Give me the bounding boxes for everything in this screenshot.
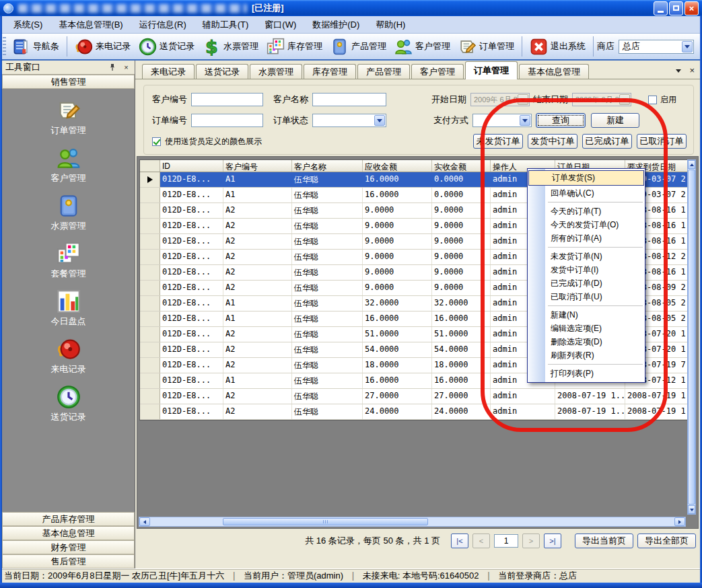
scroll-up-icon[interactable] xyxy=(688,160,695,169)
sidebar-item[interactable]: 今日盘点 xyxy=(51,289,86,328)
chevron-down-icon[interactable] xyxy=(682,41,693,52)
toolbar-grip[interactable] xyxy=(3,37,6,56)
context-menu-item[interactable]: 打印列表(P) xyxy=(528,367,645,380)
chevron-down-icon[interactable] xyxy=(520,115,530,126)
status-filter-button[interactable]: 已完成订单 xyxy=(582,134,632,149)
row-selector[interactable] xyxy=(140,219,160,233)
context-menu-item[interactable]: 新建(N) xyxy=(528,308,645,322)
row-selector[interactable] xyxy=(140,296,160,311)
sidebar-item[interactable]: 送货记录 xyxy=(51,385,86,423)
customer-no-input[interactable] xyxy=(191,93,263,106)
tab-2[interactable]: 送货记录 xyxy=(196,64,248,79)
status-filter-button[interactable]: 已取消订单 xyxy=(637,134,687,149)
toolbar-button[interactable]: 客户管理 xyxy=(390,36,454,57)
sidebar-group[interactable]: 售后管理 xyxy=(2,554,135,568)
row-selector[interactable] xyxy=(140,234,160,249)
context-menu-item[interactable]: 已取消订单(U) xyxy=(528,290,645,303)
toolbar-button[interactable]: 送货记录 xyxy=(135,36,199,57)
row-selector[interactable] xyxy=(140,265,160,280)
sidebar-item[interactable]: 客户管理 xyxy=(51,146,86,184)
sidebar-item[interactable]: 水票管理 xyxy=(51,194,86,232)
store-select[interactable]: 总店 xyxy=(619,40,694,54)
end-date-picker[interactable]: 2009年 6月 8日 xyxy=(572,93,631,106)
toolbar-button[interactable]: $水票管理 xyxy=(199,36,262,57)
context-menu-item[interactable]: 今天的发货订单(O) xyxy=(528,218,645,231)
order-status-select[interactable] xyxy=(312,114,386,127)
context-menu-item[interactable]: 发货中订单(I) xyxy=(528,263,645,277)
menubar-item[interactable]: 帮助(H) xyxy=(369,17,412,33)
menubar-item[interactable]: 辅助工具(T) xyxy=(196,17,256,33)
column-header[interactable]: 客户名称 xyxy=(292,160,363,172)
context-menu-item[interactable]: 删除选定项(D) xyxy=(528,335,645,348)
close-button[interactable]: × xyxy=(685,1,699,15)
row-selector[interactable] xyxy=(140,188,160,203)
row-selector[interactable] xyxy=(140,250,160,264)
row-selector[interactable] xyxy=(140,172,160,187)
tab-3[interactable]: 水票管理 xyxy=(250,64,302,79)
table-row[interactable]: 012D-E8...A2伍华聪27.000027.0000admin2008-0… xyxy=(140,389,689,404)
column-header[interactable]: 应收金额 xyxy=(363,160,432,172)
toolbar-button[interactable]: 产品管理 xyxy=(326,36,390,57)
minimize-button[interactable] xyxy=(654,1,668,15)
menubar-item[interactable]: 基本信息管理(B) xyxy=(52,17,129,33)
toolbar-button[interactable]: 退出系统 xyxy=(526,36,590,57)
context-menu-item[interactable]: 所有的订单(A) xyxy=(528,231,645,245)
column-header[interactable]: 客户编号 xyxy=(223,160,292,172)
chevron-down-icon[interactable] xyxy=(676,69,681,73)
row-selector[interactable] xyxy=(140,342,160,357)
scroll-down-icon[interactable] xyxy=(688,505,695,514)
menubar-item[interactable]: 系统(S) xyxy=(7,17,49,33)
prev-page-button[interactable]: < xyxy=(472,534,490,548)
row-selector[interactable] xyxy=(140,358,160,373)
context-menu-item[interactable]: 刷新列表(R) xyxy=(528,348,645,362)
row-selector[interactable] xyxy=(140,389,160,404)
row-selector[interactable] xyxy=(140,281,160,295)
horizontal-scrollbar[interactable] xyxy=(139,517,686,527)
vertical-scrollbar[interactable] xyxy=(687,159,696,515)
sidebar-group[interactable]: 财务管理 xyxy=(2,540,135,554)
toolbar-button[interactable]: 导航条 xyxy=(8,36,63,57)
status-filter-button[interactable]: 发货中订单 xyxy=(528,134,577,149)
context-menu-item[interactable]: 编辑选定项(E) xyxy=(528,322,645,335)
context-menu-item[interactable]: 未发货订单(N) xyxy=(528,250,645,263)
tab-7[interactable]: 订单管理 xyxy=(465,61,518,79)
sidebar-group-sales[interactable]: 销售管理 xyxy=(2,75,135,89)
pin-icon[interactable] xyxy=(107,63,117,73)
chevron-down-icon[interactable] xyxy=(374,115,385,126)
last-page-button[interactable]: >| xyxy=(544,534,561,548)
close-icon[interactable]: × xyxy=(121,63,131,73)
context-menu-item[interactable]: 回单确认(C) xyxy=(528,186,645,200)
sidebar-group[interactable]: 基本信息管理 xyxy=(2,526,135,540)
toolbar-button[interactable]: 来电记录 xyxy=(71,36,135,57)
horizontal-scroll-thumb[interactable] xyxy=(223,518,428,525)
maximize-button[interactable] xyxy=(669,1,683,15)
sidebar-item[interactable]: 套餐管理 xyxy=(51,242,86,280)
status-filter-button[interactable]: 未发货订单 xyxy=(473,134,523,149)
start-date-picker[interactable]: 2009年 6月 8日 xyxy=(470,93,530,106)
order-no-input[interactable] xyxy=(191,114,263,127)
menubar-item[interactable]: 数据维护(D) xyxy=(306,17,366,33)
close-icon[interactable]: × xyxy=(689,67,695,74)
next-page-button[interactable]: > xyxy=(522,534,540,548)
new-button[interactable]: 新建 xyxy=(591,113,639,128)
page-number-input[interactable]: 1 xyxy=(494,534,518,548)
enable-checkbox[interactable] xyxy=(648,96,657,104)
sidebar-item[interactable]: 来电记录 xyxy=(51,337,86,375)
delivery-color-checkbox[interactable] xyxy=(152,137,161,146)
row-selector[interactable] xyxy=(140,404,160,419)
sidebar-group[interactable]: 产品库存管理 xyxy=(2,512,135,526)
context-menu-item[interactable]: 已完成订单(D) xyxy=(528,277,645,290)
menubar-item[interactable]: 窗口(W) xyxy=(258,17,303,33)
sidebar-item[interactable]: 订单管理 xyxy=(51,98,86,137)
customer-name-input[interactable] xyxy=(312,93,386,106)
tab-8[interactable]: 基本信息管理 xyxy=(519,64,589,79)
table-row[interactable]: 012D-E8...A2伍华聪24.000024.0000admin2008-0… xyxy=(140,404,689,420)
tab-6[interactable]: 客户管理 xyxy=(411,64,464,79)
column-header[interactable]: 实收金额 xyxy=(432,160,491,172)
row-selector[interactable] xyxy=(140,311,160,326)
row-selector[interactable] xyxy=(140,373,160,388)
toolbar-button[interactable]: 库存管理 xyxy=(262,36,326,57)
tab-4[interactable]: 库存管理 xyxy=(304,64,356,79)
scroll-right-icon[interactable] xyxy=(674,517,685,526)
query-button[interactable]: 查询 xyxy=(536,113,586,128)
